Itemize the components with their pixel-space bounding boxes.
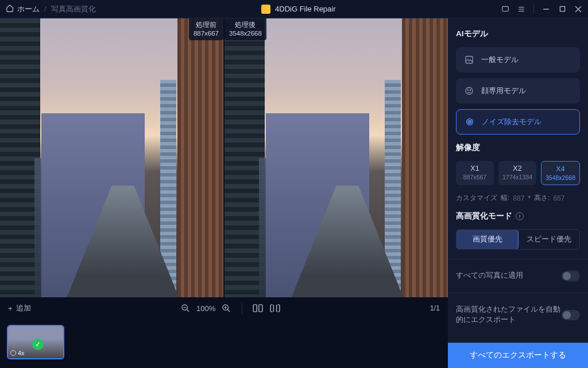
mode-quality[interactable]: 画質優先: [456, 229, 519, 250]
titlebar: ホーム / 写真高画質化 4DDiG File Repair: [0, 0, 588, 18]
after-badge: 処理後 3548x2668: [225, 18, 266, 40]
model-face[interactable]: 顔専用モデル: [456, 78, 580, 103]
breadcrumb: 写真高画質化: [51, 4, 96, 14]
svg-line-12: [227, 309, 230, 312]
maximize-icon[interactable]: [558, 5, 566, 13]
resolution-x4[interactable]: X4 3548x2668: [541, 161, 580, 185]
app-title: 4DDiG File Repair: [275, 5, 335, 13]
info-icon[interactable]: i: [516, 212, 524, 220]
svg-rect-5: [560, 6, 564, 11]
preview-compare[interactable]: 処理前 887x667 処理後 3548x2668: [0, 18, 448, 297]
svg-rect-15: [253, 305, 257, 312]
svg-line-9: [187, 309, 189, 312]
before-badge: 処理前 887x667: [189, 18, 223, 40]
thumbnail-scale: 4x: [10, 350, 25, 356]
close-icon[interactable]: [574, 5, 582, 13]
svg-rect-16: [259, 305, 262, 312]
before-pane: 処理前 887x667: [0, 18, 223, 297]
home-button[interactable]: ホーム: [6, 4, 40, 14]
model-general[interactable]: 一般モデル: [456, 47, 580, 72]
custom-resolution: カスタマイズ 幅: 887 * 高さ: 667: [456, 193, 580, 203]
svg-point-23: [469, 121, 470, 122]
svg-point-20: [470, 90, 470, 90]
home-icon: [6, 4, 14, 14]
model-denoise[interactable]: ノイズ除去モデル: [456, 109, 580, 135]
compare-split-icon[interactable]: [270, 303, 280, 313]
plus-icon: +: [8, 304, 13, 313]
auto-export-toggle[interactable]: [562, 310, 580, 320]
minimize-icon[interactable]: [542, 5, 550, 13]
check-icon: ✓: [32, 339, 44, 350]
svg-point-18: [466, 87, 473, 94]
after-pane: 処理後 3548x2668: [225, 18, 448, 297]
feedback-icon[interactable]: [501, 5, 509, 13]
page-counter: 1/1: [430, 304, 440, 312]
main-area: 処理前 887x667 処理後 3548x2668 + 追加 1: [0, 18, 448, 368]
apply-all-toggle[interactable]: [562, 271, 580, 281]
height-input[interactable]: 667: [553, 194, 564, 202]
add-button[interactable]: + 追加: [8, 303, 31, 313]
mode-title: 高画質化モード i: [456, 211, 580, 221]
zoom-in-icon[interactable]: [221, 303, 231, 313]
resolution-x1[interactable]: X1 887x667: [456, 161, 494, 185]
preview-toolbar: + 追加 100% 1/1: [0, 297, 448, 319]
thumbnail-item[interactable]: ✓ 4x: [7, 325, 64, 359]
resolution-title: 解像度: [456, 143, 580, 153]
sidebar: AIモデル 一般モデル 顔専用モデル ノイズ除去モデル 解像度 X1 887x6…: [448, 18, 588, 368]
home-label: ホーム: [17, 4, 40, 14]
menu-icon[interactable]: [517, 5, 525, 13]
models-title: AIモデル: [456, 29, 580, 39]
image-icon: [464, 55, 474, 65]
svg-point-19: [467, 90, 468, 90]
breadcrumb-separator: /: [44, 5, 47, 13]
mode-speed[interactable]: スピード優先: [518, 230, 579, 249]
apply-all-label: すべての写真に適用: [456, 271, 562, 281]
target-icon: [465, 117, 475, 127]
app-icon: [261, 5, 270, 14]
width-input[interactable]: 887: [513, 194, 524, 202]
export-all-button[interactable]: すべてのエクスポートする: [448, 343, 588, 368]
auto-export-label: 高画質化されたファイルを自動的にエクスポート: [456, 305, 562, 325]
compare-side-icon[interactable]: [253, 303, 263, 313]
resolution-x2[interactable]: X2 1774x1334: [498, 161, 536, 185]
thumbnail-strip: ✓ 4x: [0, 319, 448, 368]
zoom-out-icon[interactable]: [180, 303, 191, 313]
zoom-level: 100%: [196, 304, 215, 313]
face-icon: [464, 86, 474, 96]
